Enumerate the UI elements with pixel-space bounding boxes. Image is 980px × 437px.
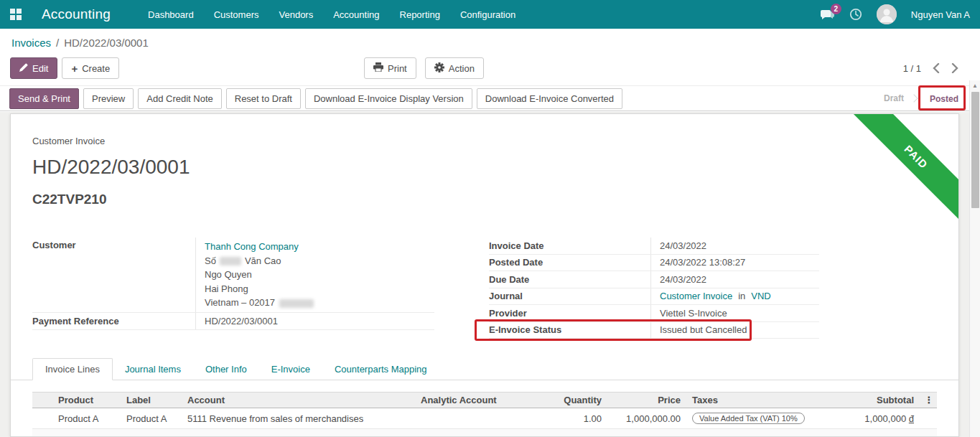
- apps-menu-icon[interactable]: [10, 9, 22, 20]
- column-header-analytic-account[interactable]: Analytic Account: [416, 395, 531, 405]
- user-name[interactable]: Nguyen Van A: [911, 9, 970, 20]
- cell-taxes: Value Added Tax (VAT) 10%: [688, 413, 824, 424]
- invoice-form-sheet: PAID Customer Invoice HD/2022/03/0001 C2…: [10, 113, 959, 437]
- activities-clock-icon[interactable]: [849, 8, 862, 21]
- column-header-label[interactable]: Label: [122, 395, 183, 405]
- state-arrow-icon: [910, 94, 918, 102]
- print-button[interactable]: Print: [364, 57, 416, 79]
- create-button[interactable]: + Create: [62, 57, 119, 79]
- plus-icon: +: [71, 62, 78, 75]
- currency-symbol: đ: [909, 413, 914, 424]
- tab-invoice-lines[interactable]: Invoice Lines: [32, 358, 113, 380]
- pager: 1 / 1: [903, 57, 958, 79]
- pencil-icon: [19, 63, 28, 74]
- pager-next-icon[interactable]: [951, 63, 958, 73]
- column-header-product[interactable]: Product: [54, 395, 122, 405]
- table-footer-strip: [32, 429, 937, 436]
- column-header-price[interactable]: Price: [609, 395, 688, 405]
- redaction-blur: [279, 299, 314, 308]
- menu-accounting[interactable]: Accounting: [333, 9, 379, 20]
- breadcrumb-separator: /: [56, 37, 59, 49]
- messages-badge: 2: [831, 4, 841, 14]
- menu-customers[interactable]: Customers: [214, 9, 259, 20]
- printer-icon: [373, 62, 383, 74]
- column-header-subtotal[interactable]: Subtotal: [824, 395, 921, 405]
- einvoice-status-value: Issued but Cancelled: [650, 322, 819, 339]
- invoice-lines-table: Product Label Account Analytic Account Q…: [32, 392, 937, 436]
- notebook-tabs: Invoice Lines Journal Items Other Info E…: [11, 357, 958, 380]
- edit-button-label: Edit: [32, 63, 48, 74]
- breadcrumb-current: HD/2022/03/0001: [64, 37, 149, 49]
- provider-label: Provider: [489, 308, 650, 319]
- einvoice-status-label: E-Invoice Status: [489, 324, 650, 335]
- customer-address-line1: SốVăn Cao: [205, 255, 281, 266]
- reset-to-draft-button[interactable]: Reset to Draft: [226, 88, 301, 109]
- tab-journal-items[interactable]: Journal Items: [113, 359, 193, 380]
- action-button-label: Action: [449, 63, 475, 74]
- scrollbar-up-icon[interactable]: ▲: [970, 80, 980, 91]
- cell-subtotal: 1,000,000 đ: [824, 413, 921, 424]
- menu-dashboard[interactable]: Dashboard: [148, 9, 194, 20]
- customer-address-line3: Hai Phong: [205, 283, 248, 294]
- messages-icon[interactable]: 2: [819, 8, 835, 21]
- paid-ribbon: PAID: [844, 114, 958, 229]
- field-group-right: Invoice Date 24/03/2022 Posted Date 24/0…: [489, 238, 819, 339]
- column-header-quantity[interactable]: Quantity: [531, 395, 609, 405]
- user-avatar[interactable]: [877, 4, 897, 24]
- action-button[interactable]: Action: [425, 57, 484, 79]
- cell-account: 5111 Revenue from sales of merchandises: [183, 413, 416, 424]
- invoice-type-label: Customer Invoice: [32, 136, 105, 146]
- navbar-right: 2 Nguyen Van A: [819, 0, 970, 29]
- statusbar: Send & Print Preview Add Credit Note Res…: [0, 85, 980, 111]
- tab-counterparts-mapping[interactable]: Counterparts Mapping: [322, 359, 439, 380]
- table-row[interactable]: Product A Product A 5111 Revenue from sa…: [32, 408, 937, 429]
- menu-configuration[interactable]: Configuration: [460, 9, 515, 20]
- cell-label: Product A: [122, 413, 183, 424]
- field-group-left: Customer Thanh Cong Company SốVăn Cao Ng…: [32, 238, 434, 330]
- add-credit-note-button[interactable]: Add Credit Note: [138, 88, 222, 109]
- scrollbar-thumb[interactable]: [971, 92, 979, 208]
- journal-link[interactable]: Customer Invoice: [660, 291, 732, 301]
- control-panel: Edit + Create Print: [0, 56, 970, 83]
- state-posted[interactable]: Posted: [930, 94, 958, 104]
- edit-button[interactable]: Edit: [10, 57, 57, 79]
- journal-label: Journal: [489, 291, 650, 301]
- state-draft[interactable]: Draft: [884, 93, 904, 103]
- cell-price: 1,000,000.00: [609, 413, 688, 424]
- tab-other-info[interactable]: Other Info: [193, 359, 259, 380]
- download-einvoice-display-button[interactable]: Download E-Invoice Display Version: [305, 88, 472, 109]
- customer-address-line2: Ngo Quyen: [205, 269, 252, 280]
- column-header-taxes[interactable]: Taxes: [688, 395, 824, 405]
- create-button-label: Create: [82, 63, 110, 74]
- payment-reference-label: Payment Reference: [32, 316, 195, 326]
- top-navbar: Accounting Dashboard Customers Vendors A…: [0, 0, 980, 29]
- send-print-button[interactable]: Send & Print: [9, 88, 79, 109]
- journal-currency-link[interactable]: VND: [751, 291, 770, 301]
- invoice-date-value: 24/03/2022: [650, 238, 819, 254]
- customer-link[interactable]: Thanh Cong Company: [205, 241, 299, 252]
- column-header-account[interactable]: Account: [183, 395, 416, 405]
- app-title[interactable]: Accounting: [42, 6, 111, 22]
- preview-button[interactable]: Preview: [83, 88, 134, 109]
- optional-columns-icon[interactable]: ⋮: [921, 395, 937, 405]
- invoice-number: HD/2022/03/0001: [32, 156, 190, 179]
- breadcrumb-invoices[interactable]: Invoices: [11, 37, 51, 49]
- main-menu: Dashboard Customers Vendors Accounting R…: [148, 9, 515, 20]
- tab-e-invoice[interactable]: E-Invoice: [259, 359, 322, 380]
- pager-value: 1 / 1: [903, 63, 921, 74]
- pager-previous-icon[interactable]: [933, 63, 940, 73]
- cell-quantity: 1.00: [531, 413, 609, 424]
- customer-address-line4: Vietnam – 02017: [205, 297, 314, 308]
- table-header-row: Product Label Account Analytic Account Q…: [32, 392, 937, 408]
- download-einvoice-converted-button[interactable]: Download E-Invoice Converted: [477, 88, 622, 109]
- breadcrumb: Invoices / HD/2022/03/0001: [0, 29, 970, 56]
- provider-value: Viettel S-Invoice: [650, 305, 819, 321]
- tax-tag: Value Added Tax (VAT) 10%: [692, 413, 805, 424]
- invoice-reference: C22TVP210: [32, 192, 107, 207]
- vertical-scrollbar[interactable]: ▲: [969, 80, 980, 437]
- due-date-value: 24/03/2022: [650, 271, 819, 288]
- journal-in-text: in: [738, 291, 745, 301]
- menu-reporting[interactable]: Reporting: [400, 9, 440, 20]
- status-widget: Draft Posted: [884, 86, 961, 111]
- menu-vendors[interactable]: Vendors: [279, 9, 313, 20]
